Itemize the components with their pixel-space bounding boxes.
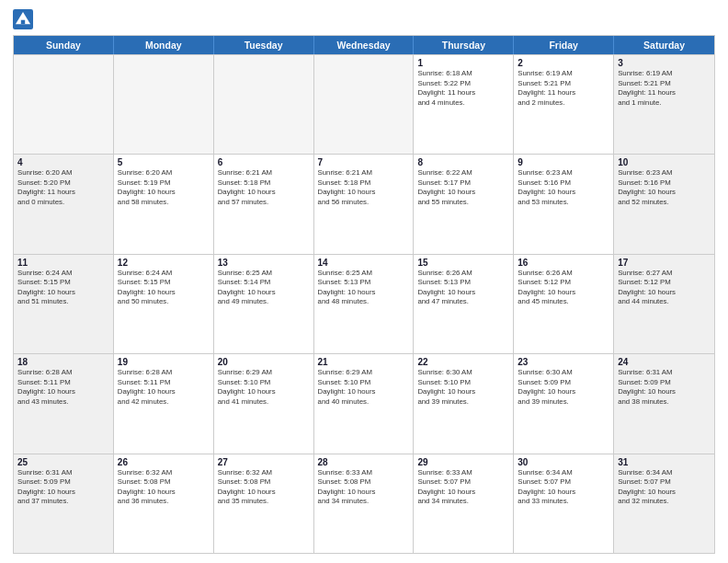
day-number: 29 [417,457,509,467]
day-info: Sunrise: 6:20 AM Sunset: 5:20 PM Dayligh… [17,168,109,207]
calendar-cell-10: 10Sunrise: 6:23 AM Sunset: 5:16 PM Dayli… [614,155,714,253]
calendar: SundayMondayTuesdayWednesdayThursdayFrid… [13,35,715,554]
calendar-cell-18: 18Sunrise: 6:28 AM Sunset: 5:11 PM Dayli… [14,354,114,453]
day-number: 1 [417,58,509,68]
day-number: 4 [17,157,109,167]
calendar-cell-2: 2Sunrise: 6:19 AM Sunset: 5:21 PM Daylig… [514,55,614,154]
day-info: Sunrise: 6:29 AM Sunset: 5:10 PM Dayligh… [218,368,310,407]
calendar-header: SundayMondayTuesdayWednesdayThursdayFrid… [14,36,714,54]
day-number: 13 [218,258,310,268]
day-number: 16 [518,258,609,268]
day-number: 23 [518,357,609,367]
day-number: 30 [518,457,609,467]
calendar-cell-17: 17Sunrise: 6:27 AM Sunset: 5:12 PM Dayli… [614,255,714,353]
calendar-cell-8: 8Sunrise: 6:22 AM Sunset: 5:17 PM Daylig… [414,155,514,253]
day-number: 26 [118,457,210,467]
day-number: 25 [17,457,109,467]
day-info: Sunrise: 6:24 AM Sunset: 5:15 PM Dayligh… [17,269,109,307]
day-info: Sunrise: 6:33 AM Sunset: 5:08 PM Dayligh… [318,468,410,507]
calendar-cell-empty [314,55,415,154]
day-number: 27 [218,457,310,467]
day-info: Sunrise: 6:31 AM Sunset: 5:09 PM Dayligh… [618,368,711,407]
day-info: Sunrise: 6:26 AM Sunset: 5:12 PM Dayligh… [518,269,609,307]
weekday-header-monday: Monday [114,36,214,54]
day-info: Sunrise: 6:21 AM Sunset: 5:18 PM Dayligh… [218,168,310,207]
day-number: 14 [318,258,410,268]
weekday-header-friday: Friday [514,36,614,54]
calendar-cell-23: 23Sunrise: 6:30 AM Sunset: 5:09 PM Dayli… [514,354,614,453]
day-info: Sunrise: 6:19 AM Sunset: 5:21 PM Dayligh… [518,69,609,108]
day-info: Sunrise: 6:26 AM Sunset: 5:13 PM Dayligh… [417,269,509,307]
day-info: Sunrise: 6:32 AM Sunset: 5:08 PM Dayligh… [118,468,210,507]
day-number: 21 [318,357,410,367]
header [13,9,715,29]
day-info: Sunrise: 6:34 AM Sunset: 5:07 PM Dayligh… [518,468,609,507]
day-info: Sunrise: 6:24 AM Sunset: 5:15 PM Dayligh… [118,269,210,307]
day-number: 28 [318,457,410,467]
day-info: Sunrise: 6:25 AM Sunset: 5:14 PM Dayligh… [218,269,310,307]
calendar-cell-5: 5Sunrise: 6:20 AM Sunset: 5:19 PM Daylig… [114,155,214,253]
calendar-cell-30: 30Sunrise: 6:34 AM Sunset: 5:07 PM Dayli… [514,454,614,553]
calendar-cell-21: 21Sunrise: 6:29 AM Sunset: 5:10 PM Dayli… [314,354,415,453]
calendar-cell-16: 16Sunrise: 6:26 AM Sunset: 5:12 PM Dayli… [514,255,614,353]
day-number: 20 [218,357,310,367]
day-number: 5 [118,157,210,167]
calendar-cell-12: 12Sunrise: 6:24 AM Sunset: 5:15 PM Dayli… [114,255,214,353]
calendar-cell-empty [14,55,114,154]
day-info: Sunrise: 6:20 AM Sunset: 5:19 PM Dayligh… [118,168,210,207]
calendar-cell-24: 24Sunrise: 6:31 AM Sunset: 5:09 PM Dayli… [614,354,714,453]
day-number: 10 [618,157,711,167]
day-info: Sunrise: 6:21 AM Sunset: 5:18 PM Dayligh… [318,168,410,207]
day-info: Sunrise: 6:27 AM Sunset: 5:12 PM Dayligh… [618,269,711,307]
day-number: 9 [518,157,609,167]
day-info: Sunrise: 6:32 AM Sunset: 5:08 PM Dayligh… [218,468,310,507]
calendar-cell-22: 22Sunrise: 6:30 AM Sunset: 5:10 PM Dayli… [414,354,514,453]
page: SundayMondayTuesdayWednesdayThursdayFrid… [0,0,728,563]
calendar-cell-25: 25Sunrise: 6:31 AM Sunset: 5:09 PM Dayli… [14,454,114,553]
day-number: 17 [618,258,711,268]
weekday-header-saturday: Saturday [614,36,714,54]
day-number: 6 [218,157,310,167]
day-info: Sunrise: 6:25 AM Sunset: 5:13 PM Dayligh… [318,269,410,307]
calendar-cell-27: 27Sunrise: 6:32 AM Sunset: 5:08 PM Dayli… [214,454,314,553]
calendar-week-1: 1Sunrise: 6:18 AM Sunset: 5:22 PM Daylig… [14,54,714,154]
calendar-week-5: 25Sunrise: 6:31 AM Sunset: 5:09 PM Dayli… [14,454,714,553]
logo [13,9,37,29]
day-number: 3 [618,58,711,68]
day-number: 18 [17,357,109,367]
day-number: 24 [618,357,711,367]
day-info: Sunrise: 6:33 AM Sunset: 5:07 PM Dayligh… [417,468,509,507]
weekday-header-tuesday: Tuesday [214,36,314,54]
calendar-cell-13: 13Sunrise: 6:25 AM Sunset: 5:14 PM Dayli… [214,255,314,353]
calendar-cell-4: 4Sunrise: 6:20 AM Sunset: 5:20 PM Daylig… [14,155,114,253]
calendar-cell-14: 14Sunrise: 6:25 AM Sunset: 5:13 PM Dayli… [314,255,415,353]
day-info: Sunrise: 6:28 AM Sunset: 5:11 PM Dayligh… [118,368,210,407]
calendar-cell-20: 20Sunrise: 6:29 AM Sunset: 5:10 PM Dayli… [214,354,314,453]
calendar-cell-15: 15Sunrise: 6:26 AM Sunset: 5:13 PM Dayli… [414,255,514,353]
calendar-cell-19: 19Sunrise: 6:28 AM Sunset: 5:11 PM Dayli… [114,354,214,453]
day-info: Sunrise: 6:30 AM Sunset: 5:10 PM Dayligh… [417,368,509,407]
day-info: Sunrise: 6:19 AM Sunset: 5:21 PM Dayligh… [618,69,711,108]
day-info: Sunrise: 6:29 AM Sunset: 5:10 PM Dayligh… [318,368,410,407]
day-number: 11 [17,258,109,268]
day-number: 19 [118,357,210,367]
day-number: 31 [618,457,711,467]
day-info: Sunrise: 6:31 AM Sunset: 5:09 PM Dayligh… [17,468,109,507]
weekday-header-sunday: Sunday [14,36,114,54]
calendar-cell-26: 26Sunrise: 6:32 AM Sunset: 5:08 PM Dayli… [114,454,214,553]
day-info: Sunrise: 6:34 AM Sunset: 5:07 PM Dayligh… [618,468,711,507]
day-number: 2 [518,58,609,68]
day-number: 15 [417,258,509,268]
day-info: Sunrise: 6:30 AM Sunset: 5:09 PM Dayligh… [518,368,609,407]
day-number: 8 [417,157,509,167]
svg-rect-2 [21,20,25,24]
calendar-cell-11: 11Sunrise: 6:24 AM Sunset: 5:15 PM Dayli… [14,255,114,353]
calendar-cell-7: 7Sunrise: 6:21 AM Sunset: 5:18 PM Daylig… [314,155,415,253]
logo-icon [13,9,33,29]
calendar-cell-1: 1Sunrise: 6:18 AM Sunset: 5:22 PM Daylig… [414,55,514,154]
calendar-cell-28: 28Sunrise: 6:33 AM Sunset: 5:08 PM Dayli… [314,454,415,553]
day-number: 12 [118,258,210,268]
weekday-header-thursday: Thursday [414,36,514,54]
calendar-cell-empty [214,55,314,154]
calendar-cell-3: 3Sunrise: 6:19 AM Sunset: 5:21 PM Daylig… [614,55,714,154]
